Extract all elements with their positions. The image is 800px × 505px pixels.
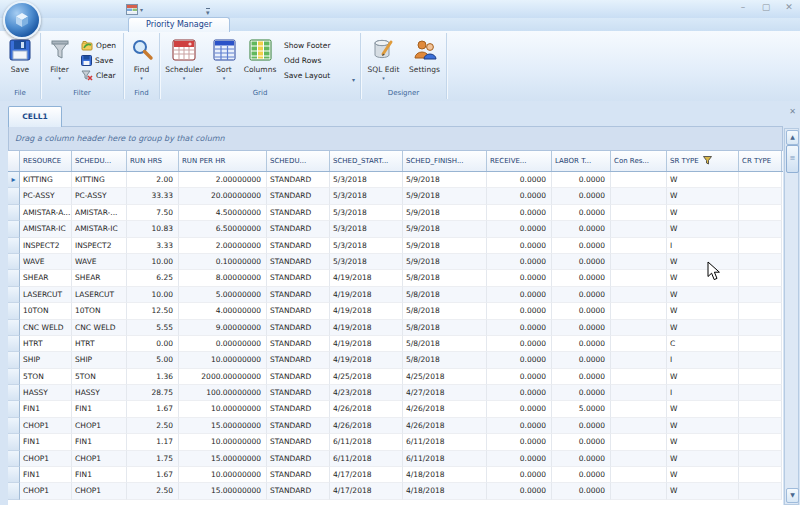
cell[interactable]: [739, 221, 782, 237]
cell[interactable]: [739, 352, 782, 368]
cell[interactable]: 7.50: [127, 205, 179, 221]
table-row[interactable]: INSPECT2INSPECT23.332.00000000STANDARD5/…: [8, 238, 783, 254]
cell[interactable]: 4/25/2018: [330, 369, 403, 385]
cell[interactable]: 0.0000: [552, 467, 611, 483]
cell[interactable]: [611, 401, 667, 417]
cell[interactable]: 20.00000000: [179, 188, 267, 204]
cell[interactable]: 6.25: [127, 270, 179, 286]
cell[interactable]: 0.0000: [487, 385, 552, 401]
cell[interactable]: 2.00000000: [179, 238, 267, 254]
cell[interactable]: 4/17/2018: [330, 483, 403, 499]
cell[interactable]: 6/11/2018: [330, 434, 403, 450]
cell[interactable]: STANDARD: [267, 238, 330, 254]
cell[interactable]: W: [667, 270, 739, 286]
cell[interactable]: AMISTAR-...: [72, 205, 127, 221]
cell[interactable]: W: [667, 320, 739, 336]
cell[interactable]: CHOP1: [72, 483, 127, 499]
scrollbar-thumb[interactable]: [786, 145, 799, 173]
cell[interactable]: 0.0000: [552, 238, 611, 254]
cell[interactable]: W: [667, 254, 739, 270]
cell[interactable]: 0.10000000: [179, 254, 267, 270]
cell[interactable]: 1.36: [127, 369, 179, 385]
cell[interactable]: KITTING: [72, 172, 127, 188]
row-indicator[interactable]: [8, 336, 20, 352]
cell[interactable]: 5/8/2018: [403, 303, 487, 319]
cell[interactable]: INSPECT2: [20, 238, 72, 254]
cell[interactable]: 0.0000: [487, 320, 552, 336]
cell[interactable]: 5/8/2018: [403, 270, 487, 286]
table-row[interactable]: CHOP1CHOP11.7515.00000000STANDARD6/11/20…: [8, 451, 783, 467]
row-indicator[interactable]: [8, 287, 20, 303]
table-row[interactable]: AMISTAR-A...AMISTAR-...7.504.50000000STA…: [8, 205, 783, 221]
cell[interactable]: [611, 434, 667, 450]
cell[interactable]: 5/3/2018: [330, 188, 403, 204]
table-row[interactable]: CHOP1CHOP12.5015.00000000STANDARD4/26/20…: [8, 418, 783, 434]
filter-clear-button[interactable]: Clear: [78, 68, 119, 82]
cell[interactable]: [611, 451, 667, 467]
row-indicator[interactable]: [8, 352, 20, 368]
show-footer-button[interactable]: Show Footer: [284, 39, 330, 53]
application-menu-button[interactable]: [3, 1, 41, 39]
cell[interactable]: AMISTAR-IC: [72, 221, 127, 237]
cell[interactable]: [739, 238, 782, 254]
cell[interactable]: HASSY: [72, 385, 127, 401]
row-indicator[interactable]: [8, 418, 20, 434]
close-button[interactable]: ✕: [782, 1, 796, 13]
row-indicator[interactable]: [8, 320, 20, 336]
cell[interactable]: KITTING: [20, 172, 72, 188]
cell[interactable]: 8.00000000: [179, 270, 267, 286]
cell[interactable]: 4/25/2018: [403, 369, 487, 385]
cell[interactable]: STANDARD: [267, 287, 330, 303]
filter-button[interactable]: Filter: [41, 36, 78, 81]
cell[interactable]: STANDARD: [267, 303, 330, 319]
cell[interactable]: STANDARD: [267, 172, 330, 188]
cell[interactable]: 10.00000000: [179, 467, 267, 483]
cell[interactable]: [739, 270, 782, 286]
cell[interactable]: FIN1: [72, 434, 127, 450]
column-header-receive[interactable]: RECEIVE...: [487, 151, 552, 171]
cell[interactable]: SHEAR: [72, 270, 127, 286]
cell[interactable]: 0.0000: [487, 303, 552, 319]
cell[interactable]: 5/8/2018: [403, 287, 487, 303]
row-indicator[interactable]: [8, 254, 20, 270]
cell[interactable]: [611, 320, 667, 336]
cell[interactable]: WAVE: [72, 254, 127, 270]
cell[interactable]: HASSY: [20, 385, 72, 401]
cell[interactable]: 4/18/2018: [403, 483, 487, 499]
cell[interactable]: [739, 401, 782, 417]
row-indicator[interactable]: [8, 221, 20, 237]
cell[interactable]: 0.0000: [487, 221, 552, 237]
cell[interactable]: AMISTAR-A...: [20, 205, 72, 221]
cell[interactable]: CHOP1: [72, 451, 127, 467]
maximize-button[interactable]: ▢: [759, 1, 773, 13]
cell[interactable]: 15.00000000: [179, 483, 267, 499]
cell[interactable]: 5/3/2018: [330, 254, 403, 270]
cell[interactable]: 0.0000: [552, 205, 611, 221]
cell[interactable]: STANDARD: [267, 254, 330, 270]
cell[interactable]: [739, 320, 782, 336]
cell[interactable]: [611, 369, 667, 385]
cell[interactable]: W: [667, 434, 739, 450]
cell[interactable]: 5/9/2018: [403, 188, 487, 204]
column-header-sched-finish[interactable]: SCHED_FINISH...: [403, 151, 487, 171]
cell[interactable]: WAVE: [20, 254, 72, 270]
cell[interactable]: 33.33: [127, 188, 179, 204]
cell[interactable]: 5/3/2018: [330, 238, 403, 254]
table-row[interactable]: FIN1FIN11.1710.00000000STANDARD6/11/2018…: [8, 434, 783, 450]
cell[interactable]: W: [667, 467, 739, 483]
cell[interactable]: 28.75: [127, 385, 179, 401]
column-header-sched-start[interactable]: SCHED_START...: [330, 151, 403, 171]
cell[interactable]: W: [667, 287, 739, 303]
cell[interactable]: [739, 188, 782, 204]
table-row[interactable]: ▸KITTINGKITTING2.002.00000000STANDARD5/3…: [8, 172, 783, 188]
cell[interactable]: SHEAR: [20, 270, 72, 286]
cell[interactable]: 0.00: [127, 336, 179, 352]
cell[interactable]: I: [667, 238, 739, 254]
cell[interactable]: 0.0000: [552, 270, 611, 286]
cell[interactable]: 5/8/2018: [403, 320, 487, 336]
cell[interactable]: 0.0000: [552, 483, 611, 499]
row-indicator[interactable]: [8, 467, 20, 483]
cell[interactable]: [611, 172, 667, 188]
cell[interactable]: STANDARD: [267, 270, 330, 286]
table-row[interactable]: CNC WELDCNC WELD5.559.00000000STANDARD4/…: [8, 320, 783, 336]
